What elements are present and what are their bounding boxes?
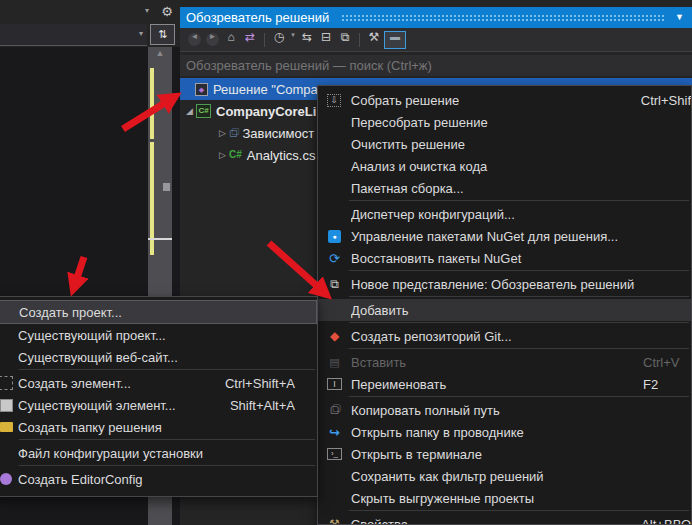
properties-wrench-button[interactable]: ⚒	[365, 31, 383, 49]
menu-separator	[19, 439, 315, 440]
submenu-item-new-project[interactable]: Создать проект...	[0, 300, 317, 324]
add-submenu: Создать проект... Существующий проект...…	[0, 296, 318, 497]
solution-icon: ◆	[195, 83, 208, 96]
expander-closed-icon[interactable]: ▷	[216, 151, 229, 160]
submenu-item-existing-project[interactable]: Существующий проект...	[0, 324, 317, 346]
collapse-all-button[interactable]: ⊟	[317, 31, 335, 49]
preview-selected-items-toggle[interactable]: ▬	[384, 31, 406, 49]
menu-item-save-as-solution-filter[interactable]: Сохранить как фильтр решений	[318, 465, 691, 487]
toolbar-separator	[359, 33, 360, 47]
menu-separator	[349, 322, 689, 323]
split-icon: ⇅	[158, 29, 167, 40]
editor-top-row: ▾ ⚙	[0, 0, 180, 22]
caret-position-marker	[148, 238, 172, 240]
panel-title: Обозреватель решений	[186, 10, 329, 25]
show-all-files-button[interactable]: ⧉	[336, 31, 354, 49]
submenu-item-installation-configuration-file[interactable]: Файл конфигурации установки	[0, 442, 317, 464]
new-view-icon: ⧉	[330, 278, 339, 290]
navigation-dropdown[interactable]: ▾	[0, 24, 147, 46]
menu-separator	[19, 369, 315, 370]
submenu-item-existing-website[interactable]: Существующий веб-сайт...	[0, 346, 317, 368]
submenu-item-new-editorconfig[interactable]: Создать EditorConfig	[0, 468, 317, 490]
solution-context-menu: ⇩ Собрать решение Ctrl+Shif Пересобрать …	[317, 85, 692, 525]
solution-folder-icon	[0, 422, 13, 432]
filter-dropdown-caret[interactable]: ▾	[289, 31, 297, 49]
menu-item-restore-nuget-packages[interactable]: ⟳ Восстановить пакеты NuGet	[318, 247, 691, 269]
window-position-chevron-icon[interactable]: ▼	[675, 13, 684, 22]
git-icon: ◆	[330, 330, 339, 342]
forward-button[interactable]: ►	[206, 33, 219, 46]
search-row	[180, 55, 692, 76]
home-button[interactable]: ⌂	[222, 31, 240, 49]
split-editor-button[interactable]: ⇅	[150, 24, 175, 45]
pending-changes-filter-button[interactable]: ◷	[270, 31, 288, 49]
existing-item-icon	[0, 399, 13, 412]
menu-item-rebuild-solution[interactable]: Пересобрать решение	[318, 111, 691, 133]
modified-lines-marker	[150, 68, 154, 139]
menu-item-hide-unloaded-projects[interactable]: Скрыть выгруженные проекты	[318, 487, 691, 509]
drag-grip-dots	[341, 14, 665, 23]
panel-header[interactable]: Обозреватель решений ▼	[180, 7, 692, 28]
dependencies-label: Зависимост	[243, 126, 315, 141]
menu-item-new-solution-explorer-view[interactable]: ⧉ Новое представление: Обозреватель реше…	[318, 273, 691, 295]
submenu-item-new-item[interactable]: Создать элемент... Ctrl+Shift+A	[0, 372, 317, 394]
file-label: Analytics.cs	[247, 148, 316, 163]
search-input[interactable]	[180, 57, 692, 74]
expander-closed-icon[interactable]: ▷	[216, 129, 229, 138]
scrollbar-marker	[163, 183, 170, 191]
copy-path-icon: ▢	[330, 405, 339, 415]
expander-open-icon[interactable]: ◢	[183, 107, 196, 116]
menu-item-open-in-terminal[interactable]: ›_ Открыть в терминале	[318, 443, 691, 465]
menu-item-create-git-repository[interactable]: ◆ Создать репозиторий Git...	[318, 325, 691, 347]
toolbar-separator	[264, 33, 265, 47]
editor-dropdown-top[interactable]: ▾	[0, 0, 154, 22]
menu-item-build-solution[interactable]: ⇩ Собрать решение Ctrl+Shif	[318, 89, 691, 111]
vs-screenshot-root: ▾ ⚙ ▾ ⇅ ▲ Обозреватель решений	[0, 0, 692, 525]
menu-item-configuration-manager[interactable]: Диспетчер конфигураций...	[318, 203, 691, 225]
menu-item-batch-build[interactable]: Пакетная сборка...	[318, 177, 691, 199]
csharp-project-icon: C#	[196, 104, 211, 118]
open-folder-icon: ↪	[329, 426, 340, 439]
chevron-down-icon: ▾	[145, 7, 149, 15]
menu-separator	[349, 270, 689, 271]
refresh-button[interactable]: ⇆	[298, 31, 316, 49]
menu-separator	[349, 510, 689, 511]
rename-icon: I	[327, 378, 342, 390]
submenu-item-new-solution-folder[interactable]: Создать папку решения	[0, 416, 317, 438]
build-icon: ⇩	[327, 94, 341, 107]
menu-separator	[349, 296, 689, 297]
wrench-icon: ⚒	[329, 518, 340, 525]
scroll-up-icon[interactable]: ▲	[148, 49, 172, 58]
terminal-icon: ›_	[327, 448, 342, 460]
menu-item-manage-nuget-packages[interactable]: ● Управление пакетами NuGet для решения.…	[318, 225, 691, 247]
paste-icon: ▤	[329, 357, 339, 368]
editorconfig-icon	[0, 473, 12, 485]
editor-navigation-row: ▾ ⇅	[0, 22, 180, 47]
menu-item-rename[interactable]: I Переименовать F2	[318, 373, 691, 395]
project-label: CompanyCoreLi	[216, 104, 316, 119]
menu-item-paste[interactable]: ▤ Вставить Ctrl+V	[318, 351, 691, 373]
solution-explorer-toolbar: ◄ ► ⌂ ⇄ ◷ ▾ ⇆ ⊟ ⧉ ⚒ ▬	[180, 28, 692, 52]
menu-item-analyze-cleanup[interactable]: Анализ и очистка кода	[318, 155, 691, 177]
solution-label: Решение "Compan	[213, 82, 325, 97]
menu-separator	[349, 348, 689, 349]
gear-icon[interactable]: ⚙	[154, 5, 180, 18]
menu-separator	[19, 465, 315, 466]
menu-item-clean-solution[interactable]: Очистить решение	[318, 133, 691, 155]
nuget-restore-icon: ⟳	[329, 252, 340, 265]
menu-separator	[349, 200, 689, 201]
chevron-down-icon: ▾	[139, 30, 143, 38]
new-item-icon	[0, 376, 13, 390]
submenu-item-existing-item[interactable]: Существующий элемент... Shift+Alt+A	[0, 394, 317, 416]
sync-with-active-document-button[interactable]: ⇄	[241, 31, 259, 49]
dependencies-icon: ▢	[229, 129, 238, 138]
csharp-file-icon: C#	[229, 150, 242, 160]
nuget-icon: ●	[328, 230, 341, 243]
menu-item-copy-full-path[interactable]: ▢ Копировать полный путь	[318, 399, 691, 421]
menu-item-add[interactable]: Добавить	[318, 299, 691, 321]
menu-separator	[349, 396, 689, 397]
menu-item-properties[interactable]: ⚒ Свойства Alt+ВВО	[318, 513, 691, 525]
menu-item-open-folder-in-explorer[interactable]: ↪ Открыть папку в проводнике	[318, 421, 691, 443]
back-button[interactable]: ◄	[188, 33, 201, 46]
